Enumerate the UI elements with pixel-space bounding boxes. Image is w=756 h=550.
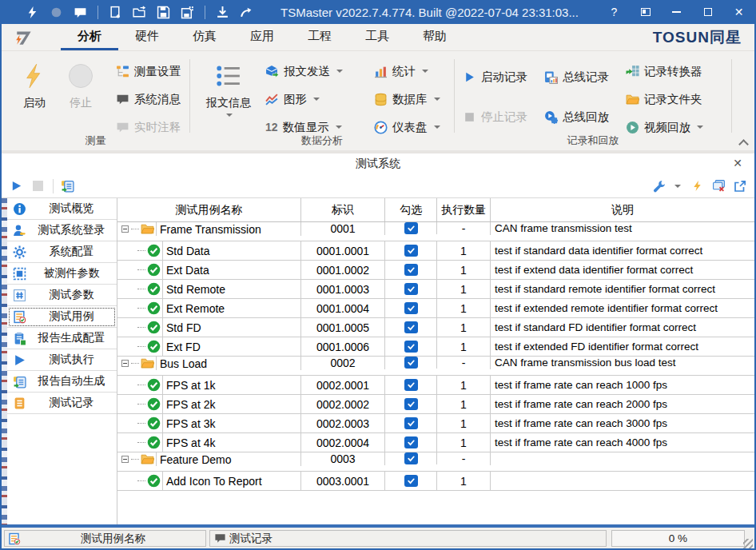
statistics-button[interactable]: 统计 [374, 60, 440, 82]
table-row[interactable]: FPS at 3k0002.00031test if frame rate ca… [117, 414, 754, 433]
bus-record-button[interactable]: 总线记录 [544, 66, 609, 88]
statusbar-section-record[interactable]: 测试记录 [209, 530, 607, 547]
tab-3[interactable]: 仿真 [176, 24, 233, 50]
start-record-button[interactable]: 启动记录 [463, 66, 527, 88]
sidebar-item[interactable]: 测试记录 [7, 393, 117, 414]
name-cell: Std FD [117, 318, 301, 337]
checkbox-checked[interactable] [404, 302, 418, 314]
message-icon[interactable] [74, 6, 87, 19]
table-row[interactable]: Add Icon To Report0003.00011 [117, 472, 754, 491]
table-row[interactable]: Std Data0001.00011test if standard data … [117, 241, 754, 261]
checkbox-checked[interactable] [404, 341, 418, 353]
record-converter-button[interactable]: 记录转换器 [626, 60, 703, 82]
checkbox-checked[interactable] [404, 283, 418, 295]
collapse-expander-icon[interactable] [121, 360, 129, 367]
checkbox-checked[interactable] [404, 436, 418, 448]
open-project-icon[interactable] [133, 6, 146, 19]
minimize-button[interactable] [661, 0, 692, 24]
collapse-expander-icon[interactable] [121, 456, 129, 463]
minimize-icon [672, 11, 681, 13]
tab-2[interactable]: 硬件 [118, 24, 176, 50]
column-header[interactable]: 勾选 [385, 198, 437, 221]
sidebar-item-label: 报告生成配置 [30, 331, 113, 345]
database-button[interactable]: 数据库 [374, 88, 440, 110]
table-row[interactable]: Ext Data0001.00021test if extend data id… [117, 261, 754, 280]
record-folder-button[interactable]: 记录文件夹 [626, 88, 703, 110]
sidebar-item[interactable]: 测试参数 [7, 285, 117, 306]
sidebar-item[interactable]: 测试用例 [7, 306, 117, 328]
checkbox-checked[interactable] [404, 398, 418, 410]
check-circle-icon [147, 301, 161, 315]
bus-replay-button[interactable]: 总线回放 [544, 106, 609, 128]
tab-5[interactable]: 工程 [291, 24, 348, 50]
close-button[interactable]: ✕ [723, 0, 754, 24]
sidebar-item[interactable]: 报告自动生成 [7, 371, 117, 393]
sidebar-item[interactable]: 系统配置 [7, 241, 117, 263]
column-header[interactable]: 说明 [491, 198, 754, 221]
measurement-settings-button[interactable]: 测量设置 [116, 60, 181, 82]
checkbox-checked[interactable] [404, 379, 418, 391]
statusbar-left-label: 测试用例名称 [21, 532, 205, 546]
name-cell: Feature Demo [117, 452, 301, 466]
settings-wrench-button[interactable] [651, 178, 667, 194]
save-icon[interactable] [157, 6, 170, 19]
sidebar-item[interactable]: 报告生成配置 [7, 328, 117, 349]
new-project-icon[interactable] [109, 6, 122, 19]
panel-close-button[interactable]: ✕ [730, 157, 745, 169]
tab-4[interactable]: 应用 [233, 24, 291, 50]
table-row[interactable]: FPS at 2k0002.00021test if frame rate ca… [117, 395, 754, 414]
checkbox-checked[interactable] [404, 264, 418, 276]
ribbon-collapse-icon[interactable] [740, 138, 747, 142]
checkbox-checked[interactable] [404, 475, 418, 487]
sidebar-item[interactable]: 测试执行 [7, 349, 117, 371]
quick-start-icon[interactable] [26, 6, 39, 19]
sidebar-item[interactable]: 测试系统登录 [7, 220, 117, 241]
quick-action-lightning-button[interactable] [689, 178, 705, 194]
column-header[interactable]: 标识 [301, 198, 385, 221]
help-button[interactable]: ? [599, 0, 630, 24]
export-icon[interactable] [240, 6, 253, 19]
tab-1[interactable]: 分析 [61, 24, 118, 50]
resize-grip[interactable] [743, 539, 753, 548]
checkbox-checked[interactable] [404, 452, 418, 464]
table-row[interactable]: Frame Transmission0001-CAN frame transmi… [117, 222, 754, 241]
table-row[interactable]: Bus Load0002-CAN frame transmission bus … [117, 357, 754, 376]
table-row[interactable]: FPS at 1k0002.00011test if frame rate ca… [117, 376, 754, 395]
import-icon[interactable] [216, 6, 229, 19]
save-as-icon[interactable] [181, 6, 194, 19]
table-row[interactable]: Feature Demo0003- [117, 452, 754, 472]
close-windows-button[interactable] [710, 178, 726, 194]
checkbox-checked[interactable] [404, 321, 418, 333]
table-row[interactable]: FPS at 4k0002.00041test if frame rate ca… [117, 433, 754, 452]
sidebar-item[interactable]: 被测件参数 [7, 263, 117, 285]
test-case-name: Ext Data [166, 264, 209, 277]
table-row[interactable]: Std FD0001.00051test if standard FD iden… [117, 318, 754, 337]
record-dot-icon[interactable] [50, 6, 63, 19]
column-header[interactable]: 测试用例名称 [117, 198, 301, 221]
system-message-button[interactable]: 系统消息 [116, 88, 181, 110]
panel-layout-button[interactable] [630, 0, 661, 24]
column-header[interactable]: 执行数量 [437, 198, 491, 221]
run-tests-button[interactable] [8, 178, 24, 194]
tab-6[interactable]: 工具 [348, 24, 406, 50]
dropdown-arrow-icon[interactable] [674, 185, 681, 188]
table-row[interactable]: Ext Remote0001.00041test if extended rem… [117, 299, 754, 318]
message-send-button[interactable]: 报文发送 [265, 60, 368, 82]
checkbox-checked[interactable] [404, 222, 418, 234]
checkbox-checked[interactable] [404, 245, 418, 257]
graphics-button[interactable]: 图形 [265, 88, 368, 110]
generate-report-button[interactable] [59, 178, 75, 194]
tab-7[interactable]: 帮助 [406, 24, 464, 50]
message-info-button[interactable]: 报文信息 [200, 51, 257, 117]
checkbox-checked[interactable] [404, 357, 418, 369]
execution-count: - [437, 222, 491, 235]
statusbar-section-testcase[interactable]: 测试用例名称 [4, 530, 206, 547]
collapse-expander-icon[interactable] [121, 225, 129, 233]
popout-button[interactable] [732, 178, 748, 194]
checkbox-checked[interactable] [404, 417, 418, 429]
maximize-button[interactable] [692, 0, 723, 24]
sidebar-item[interactable]: 测试概览 [7, 198, 117, 220]
table-row[interactable]: Std Remote0001.00031test if standard rem… [117, 280, 754, 299]
start-button[interactable]: 启动 [13, 51, 56, 110]
table-row[interactable]: Ext FD0001.00061test if extended FD iden… [117, 337, 754, 357]
